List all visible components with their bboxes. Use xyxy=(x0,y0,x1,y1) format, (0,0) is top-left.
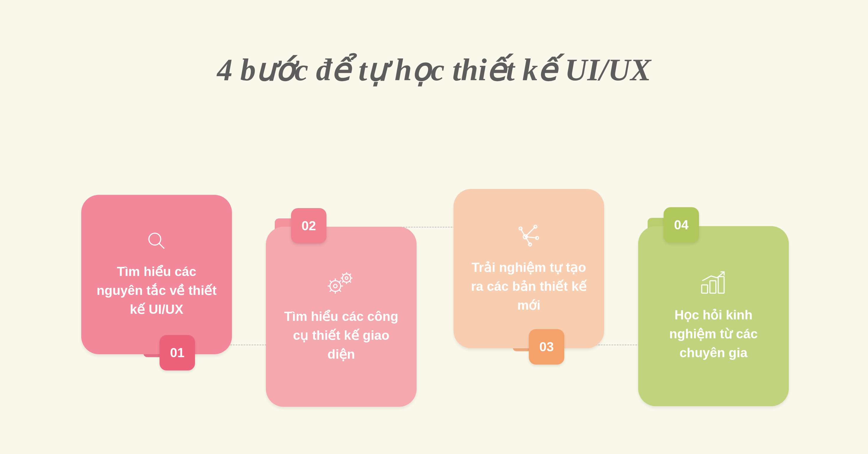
step-number-4: 04 xyxy=(663,207,699,242)
svg-rect-31 xyxy=(702,285,708,293)
svg-line-19 xyxy=(349,273,351,275)
svg-point-3 xyxy=(334,284,337,288)
step-number-1: 01 xyxy=(159,335,195,370)
svg-line-11 xyxy=(339,290,341,292)
step-card-4: Học hỏi kinh nghiệm từ các chuyên gia xyxy=(638,226,789,406)
step-card-2: Tìm hiểu các công cụ thiết kế giao diện xyxy=(266,227,416,407)
step-number-2: 02 xyxy=(291,208,327,244)
svg-line-18 xyxy=(342,273,344,275)
svg-line-30 xyxy=(525,237,530,245)
svg-rect-33 xyxy=(718,277,724,293)
svg-line-8 xyxy=(330,281,332,282)
svg-line-27 xyxy=(521,228,525,237)
gears-icon xyxy=(327,270,356,296)
chart-growth-icon xyxy=(699,270,728,295)
step-number-3: 03 xyxy=(529,329,564,364)
step-card-1: Tìm hiểu các nguyên tắc về thiết kế UI/U… xyxy=(81,195,232,354)
network-icon xyxy=(517,223,541,247)
svg-line-20 xyxy=(342,281,344,283)
step-text-1: Tìm hiểu các nguyên tắc về thiết kế UI/U… xyxy=(93,262,220,319)
svg-rect-32 xyxy=(710,281,716,293)
svg-line-28 xyxy=(525,227,535,237)
step-text-2: Tìm hiểu các công cụ thiết kế giao diện xyxy=(278,307,405,363)
step-card-3: Trải nghiệm tự tạo ra các bản thiết kế m… xyxy=(454,189,604,348)
svg-point-2 xyxy=(330,281,341,291)
svg-line-1 xyxy=(159,244,164,249)
svg-line-10 xyxy=(330,290,332,292)
svg-point-13 xyxy=(345,277,348,280)
search-icon xyxy=(146,230,167,252)
svg-point-0 xyxy=(149,233,161,245)
svg-line-21 xyxy=(349,281,351,283)
svg-line-9 xyxy=(339,281,341,282)
page-title: 4 bước để tự học thiết kế UI/UX xyxy=(0,52,868,88)
step-text-3: Trải nghiệm tự tạo ra các bản thiết kế m… xyxy=(465,258,592,314)
step-text-4: Học hỏi kinh nghiệm từ các chuyên gia xyxy=(650,305,777,362)
svg-point-12 xyxy=(342,274,351,282)
